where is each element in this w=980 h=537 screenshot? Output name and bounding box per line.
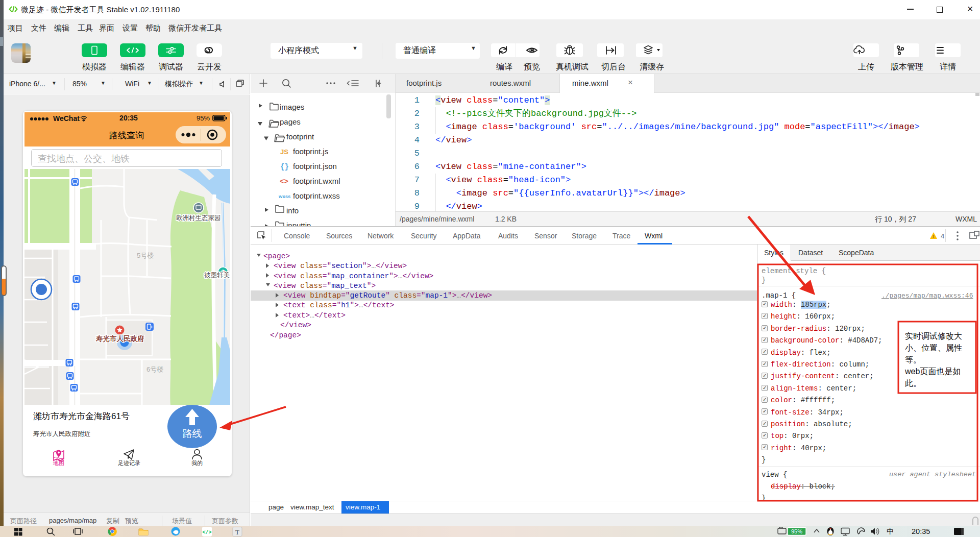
svg-text:footprint.js: footprint.js (293, 147, 328, 156)
svg-text:4: 4 (941, 232, 944, 240)
svg-text:footprint.wxml: footprint.wxml (293, 177, 340, 185)
svg-text:<view class="section">…</view>: <view class="section">…</view> (274, 262, 407, 270)
svg-text:<page>: <page> (263, 252, 290, 260)
svg-text:</page>: </page> (270, 331, 301, 339)
svg-text:我的: 我的 (191, 460, 203, 466)
svg-text:<view class="map_container">…<: <view class="map_container">…</view> (274, 272, 433, 280)
svg-text:footprint.json: footprint.json (293, 162, 337, 170)
svg-text:</>: </> (202, 530, 211, 535)
svg-text:T: T (235, 528, 239, 536)
svg-text:JS: JS (280, 148, 288, 156)
svg-text:<text class="h1">…</text>: <text class="h1">…</text> (283, 301, 395, 309)
svg-text:足迹记录: 足迹记录 (118, 460, 140, 466)
svg-text:<view bindtap="getRoute" class: <view bindtap="getRoute" class="map-1">…… (283, 291, 492, 300)
svg-text:20:35: 20:35 (912, 527, 930, 535)
svg-text:pages: pages (280, 117, 301, 126)
svg-text:<view class="map_text">: <view class="map_text"> (274, 282, 376, 290)
svg-text:!: ! (933, 234, 935, 239)
svg-text:6号楼: 6号楼 (146, 365, 163, 373)
svg-text:彼墨轩美: 彼墨轩美 (204, 272, 230, 279)
svg-text:footprint: footprint (286, 132, 314, 141)
svg-text:5号楼: 5号楼 (137, 252, 154, 259)
svg-text:中: 中 (887, 527, 894, 535)
svg-text:</view>: </view> (280, 321, 311, 329)
svg-text:<text>…</text>: <text>…</text> (283, 311, 346, 320)
svg-text:inputtin: inputtin (286, 221, 311, 226)
svg-text:欧洲村生态家园: 欧洲村生态家园 (176, 214, 221, 222)
svg-text:寿光市人民政府: 寿光市人民政府 (95, 335, 144, 343)
svg-text:95%: 95% (791, 528, 802, 534)
svg-text:{}: {} (280, 163, 289, 171)
svg-text:<>: <> (280, 178, 288, 186)
svg-text:info: info (286, 206, 299, 215)
svg-text:地图: 地图 (53, 460, 64, 466)
svg-text:footprint.wxss: footprint.wxss (293, 191, 340, 200)
svg-text:images: images (280, 103, 304, 111)
svg-text:wxss: wxss (278, 193, 290, 199)
svg-text:路线: 路线 (183, 428, 202, 439)
